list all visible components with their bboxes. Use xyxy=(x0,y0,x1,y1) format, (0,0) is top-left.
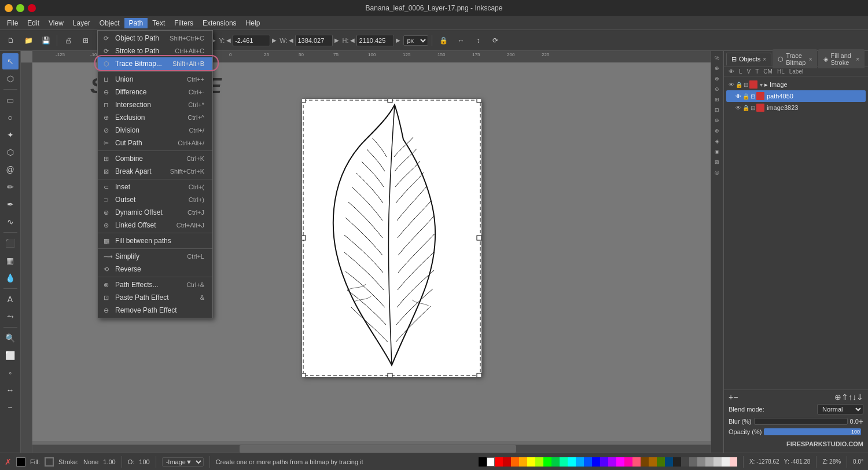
menu-inset[interactable]: ⊂ Inset Ctrl+( xyxy=(98,181,212,193)
h-dec-button[interactable]: ◀ xyxy=(350,37,355,43)
add-layer-button[interactable]: + xyxy=(729,392,733,402)
move-up-button[interactable]: ⊕ xyxy=(834,392,841,402)
menu-cut-path[interactable]: ✂ Cut Path Ctrl+Alt+/ xyxy=(98,137,212,149)
h-inc-button[interactable]: ▶ xyxy=(395,37,401,43)
flip-h-button[interactable]: ↔ xyxy=(453,33,468,48)
menu-remove-path-effect[interactable]: ⊖ Remove Path Effect xyxy=(98,304,212,317)
menu-text[interactable]: Text xyxy=(148,18,170,28)
node-tool[interactable]: ⬡ xyxy=(2,71,19,87)
lock-icon-path[interactable]: 🔒 xyxy=(742,93,749,100)
pal-brown[interactable] xyxy=(641,457,649,467)
pal-mid-gray[interactable] xyxy=(697,457,705,467)
layer-select[interactable]: -Image▼ xyxy=(162,457,204,467)
lock-icon-img[interactable]: 🔒 xyxy=(742,105,749,111)
menu-trace-bitmap[interactable]: ⬡ Trace Bitmap... Shift+Alt+B xyxy=(98,57,212,70)
menu-extensions[interactable]: Extensions xyxy=(198,18,241,28)
menu-path-effects[interactable]: ⊗ Path Effects... Ctrl+& xyxy=(98,278,212,291)
pal-lime[interactable] xyxy=(535,457,543,467)
ellipse-tool[interactable]: ○ xyxy=(2,109,19,126)
snap-btn-9[interactable]: ◈ xyxy=(712,137,722,146)
pal-amber[interactable] xyxy=(519,457,527,467)
print-button[interactable]: 🖨 xyxy=(61,33,76,48)
close-button[interactable] xyxy=(28,4,36,12)
blend-mode-select[interactable]: Normal Multiply Screen Overlay xyxy=(817,404,863,414)
pal-near-white[interactable] xyxy=(722,457,730,467)
clear-fill-button[interactable]: ✗ xyxy=(5,457,12,467)
text-tool[interactable]: A xyxy=(2,291,19,307)
menu-union[interactable]: ⊔ Union Ctrl++ xyxy=(98,73,212,86)
pal-black[interactable] xyxy=(479,457,487,467)
expand-icon[interactable]: ▾ xyxy=(760,82,763,88)
obj-row-path4050[interactable]: 👁 🔒 ⊡ path4050 xyxy=(726,90,866,102)
pal-dark-green[interactable] xyxy=(657,457,665,467)
snap-btn-1[interactable]: % xyxy=(712,53,722,63)
move-down-button[interactable]: ↓ xyxy=(852,392,856,402)
maximize-button[interactable] xyxy=(16,4,24,12)
minimize-button[interactable] xyxy=(5,4,13,12)
opacity-slider[interactable]: 100 xyxy=(764,428,861,435)
snap-btn-3[interactable]: ⊗ xyxy=(712,74,722,83)
lock-icon[interactable]: 🔒 xyxy=(735,82,742,88)
pal-med-green[interactable] xyxy=(551,457,560,467)
pal-red[interactable] xyxy=(495,457,503,467)
pal-dark-amber[interactable] xyxy=(649,457,657,467)
tab-fill-close[interactable]: × xyxy=(856,56,859,63)
snap-btn-7[interactable]: ⊚ xyxy=(712,116,722,125)
calligraphy-tool[interactable]: ∿ xyxy=(2,214,19,230)
spray-tool[interactable]: ◦ xyxy=(2,365,19,381)
pal-yellow[interactable] xyxy=(527,457,535,467)
save-button[interactable]: 💾 xyxy=(38,33,53,48)
move-up2-button[interactable]: ↑ xyxy=(848,392,852,402)
obj-row-image[interactable]: 👁 🔒 ⊟ ▾ ▸ Image xyxy=(726,79,866,90)
menu-edit[interactable]: Edit xyxy=(23,18,44,28)
menu-filters[interactable]: Filters xyxy=(170,18,198,28)
pal-light-pink[interactable] xyxy=(730,457,737,467)
pal-sky[interactable] xyxy=(576,457,584,467)
h-input[interactable] xyxy=(356,35,394,46)
zoom-tool[interactable]: 🔍 xyxy=(2,330,19,346)
pal-magenta[interactable] xyxy=(616,457,624,467)
menu-file[interactable]: File xyxy=(2,18,23,28)
transform-button[interactable]: ⟳ xyxy=(488,33,503,48)
menu-exclusion[interactable]: ⊕ Exclusion Ctrl+^ xyxy=(98,111,212,124)
menu-linked-offset[interactable]: ⊛ Linked Offset Ctrl+Alt+J xyxy=(98,219,212,232)
paint-bucket-tool[interactable]: ⬛ xyxy=(2,235,19,251)
tab-trace-bitmap[interactable]: ⬡ Trace Bitmap × xyxy=(773,49,817,68)
pal-green[interactable] xyxy=(543,457,551,467)
menu-fill-between[interactable]: ▩ Fill between paths xyxy=(98,234,212,247)
menu-intersection[interactable]: ⊓ Intersection Ctrl+* xyxy=(98,98,212,111)
obj-row-image3823[interactable]: 👁 🔒 ⊟ image3823 xyxy=(726,102,866,113)
zoom-fit-button[interactable]: ⊞ xyxy=(78,33,93,48)
blur-slider[interactable] xyxy=(754,418,848,425)
blur-add-button[interactable]: + xyxy=(859,417,863,426)
menu-paste-path-effect[interactable]: ⊡ Paste Path Effect & xyxy=(98,291,212,304)
eraser-tool[interactable]: ⬜ xyxy=(2,347,19,363)
w-input[interactable] xyxy=(295,35,333,46)
select-tool[interactable]: ↖ xyxy=(2,53,19,69)
y-dec-button[interactable]: ◀ xyxy=(226,37,231,43)
tab-fill-stroke[interactable]: ◈ Fill and Stroke × xyxy=(818,49,865,68)
tab-trace-close[interactable]: × xyxy=(809,56,812,63)
open-button[interactable]: 📁 xyxy=(21,33,36,48)
pal-indigo[interactable] xyxy=(600,457,608,467)
menu-simplify[interactable]: ⟿ Simplify Ctrl+L xyxy=(98,250,212,263)
menu-combine[interactable]: ⊞ Combine Ctrl+K xyxy=(98,152,212,165)
menu-reverse[interactable]: ⟲ Reverse xyxy=(98,263,212,276)
eye-icon[interactable]: 👁 xyxy=(729,82,734,88)
menu-stroke-to-path[interactable]: ⟳ Stroke to Path Ctrl+Alt+C xyxy=(98,45,212,57)
eye-icon-img[interactable]: 👁 xyxy=(735,105,741,111)
snap-btn-5[interactable]: ⊞ xyxy=(712,95,722,104)
horizontal-scrollbar[interactable] xyxy=(32,445,723,453)
connector-tool[interactable]: ⤳ xyxy=(2,309,19,325)
fill-color-swatch[interactable] xyxy=(16,457,25,467)
snap-btn-4[interactable]: ⊙ xyxy=(712,85,722,94)
scrollbar-thumb[interactable] xyxy=(240,445,516,453)
pal-violet[interactable] xyxy=(608,457,616,467)
tab-objects-close[interactable]: × xyxy=(763,56,766,63)
pal-navy[interactable] xyxy=(665,457,673,467)
pal-cyan[interactable] xyxy=(568,457,576,467)
pal-dark-red[interactable] xyxy=(503,457,511,467)
unit-select[interactable]: px mm cm in xyxy=(403,35,428,46)
pal-light-gray[interactable] xyxy=(705,457,713,467)
menu-view[interactable]: View xyxy=(44,18,68,28)
